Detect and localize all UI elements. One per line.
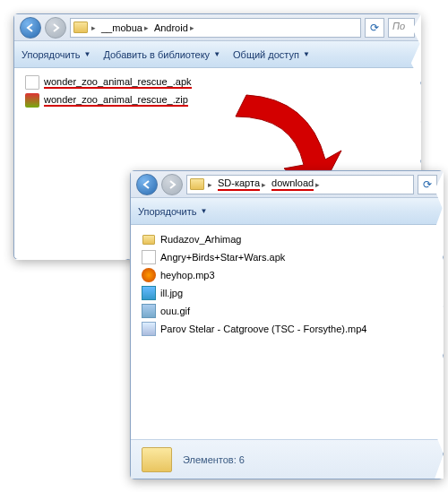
chevron-down-icon: ▼ <box>213 50 220 58</box>
file-name: heyhop.mp3 <box>160 270 215 281</box>
address-bar[interactable]: ▸ SD-карта▸ download▸ <box>186 175 414 194</box>
folder-icon <box>190 178 204 190</box>
file-icon <box>142 250 156 264</box>
breadcrumb[interactable]: SD-карта▸ <box>216 177 268 191</box>
breadcrumb[interactable]: __mobua▸ <box>99 22 151 33</box>
back-button[interactable] <box>20 17 41 39</box>
breadcrumb[interactable]: ▸ <box>90 23 98 32</box>
list-item[interactable]: Parov Stelar - Catgroove (TSC - Forsythe… <box>140 320 434 338</box>
add-to-library-menu[interactable]: Добавить в библиотеку▼ <box>103 49 220 60</box>
image-icon <box>142 286 156 300</box>
image-icon <box>142 304 156 318</box>
folder-icon <box>73 22 88 33</box>
folder-icon <box>142 447 172 472</box>
chevron-down-icon: ▼ <box>83 50 90 58</box>
list-item[interactable]: ouu.gif <box>140 302 434 320</box>
list-item[interactable]: Rudazov_Arhimag <box>140 230 434 248</box>
breadcrumb[interactable]: download▸ <box>270 177 322 191</box>
toolbar-label: Общий доступ <box>233 49 299 60</box>
toolbar-label: Упорядочить <box>138 206 196 217</box>
file-name: ouu.gif <box>160 306 190 316</box>
refresh-button[interactable]: ⟳ <box>365 18 384 38</box>
breadcrumb-label: Android <box>154 22 188 33</box>
file-name: ill.jpg <box>160 288 183 298</box>
forward-button[interactable] <box>161 174 183 195</box>
archive-icon <box>25 93 39 108</box>
folder-icon <box>142 232 156 246</box>
address-bar[interactable]: ▸ __mobua▸ Android▸ <box>70 18 361 38</box>
file-list: wonder_zoo_animal_rescue_.apk wonder_zoo… <box>14 68 420 115</box>
list-item[interactable]: heyhop.mp3 <box>140 266 434 284</box>
file-list: Rudazov_Arhimag Angry+Birds+Star+Wars.ap… <box>131 225 443 343</box>
nav-bar: ▸ __mobua▸ Android▸ ⟳ По <box>14 14 420 41</box>
list-item[interactable]: ill.jpg <box>140 284 434 302</box>
toolbar-label: Упорядочить <box>22 49 80 60</box>
breadcrumb-label: SD-карта <box>218 177 260 191</box>
list-item[interactable]: wonder_zoo_animal_rescue_.zip <box>23 91 411 109</box>
file-name: Angry+Birds+Star+Wars.apk <box>160 252 285 263</box>
nav-bar: ▸ SD-карта▸ download▸ ⟳ <box>131 171 443 198</box>
list-item[interactable]: wonder_zoo_animal_rescue_.apk <box>23 73 411 91</box>
organize-menu[interactable]: Упорядочить▼ <box>138 206 207 217</box>
status-bar: Элементов: 6 <box>131 439 443 479</box>
chevron-down-icon: ▼ <box>303 50 310 58</box>
file-name: wonder_zoo_animal_rescue_.apk <box>44 76 192 89</box>
search-input[interactable]: По <box>388 18 415 38</box>
chevron-down-icon: ▼ <box>200 207 207 215</box>
explorer-window-destination: ▸ SD-карта▸ download▸ ⟳ Упорядочить▼ Rud… <box>130 170 444 479</box>
audio-icon <box>142 268 156 282</box>
file-name: wonder_zoo_animal_rescue_.zip <box>44 94 188 107</box>
share-menu[interactable]: Общий доступ▼ <box>233 49 310 60</box>
back-button[interactable] <box>136 174 158 195</box>
file-name: Rudazov_Arhimag <box>160 234 242 245</box>
video-icon <box>142 322 156 336</box>
refresh-button[interactable]: ⟳ <box>418 175 437 194</box>
forward-button[interactable] <box>45 17 66 39</box>
toolbar: Упорядочить▼ <box>131 198 443 225</box>
file-icon <box>25 75 39 90</box>
breadcrumb-label: download <box>271 177 314 191</box>
breadcrumb-label: __mobua <box>101 22 142 33</box>
status-text: Элементов: 6 <box>183 454 245 465</box>
breadcrumb[interactable]: ▸ <box>206 180 214 189</box>
organize-menu[interactable]: Упорядочить▼ <box>22 49 90 60</box>
toolbar-label: Добавить в библиотеку <box>103 49 210 60</box>
toolbar: Упорядочить▼ Добавить в библиотеку▼ Общи… <box>14 41 420 68</box>
file-name: Parov Stelar - Catgroove (TSC - Forsythe… <box>160 324 366 334</box>
breadcrumb[interactable]: Android▸ <box>152 22 196 33</box>
list-item[interactable]: Angry+Birds+Star+Wars.apk <box>140 248 434 266</box>
